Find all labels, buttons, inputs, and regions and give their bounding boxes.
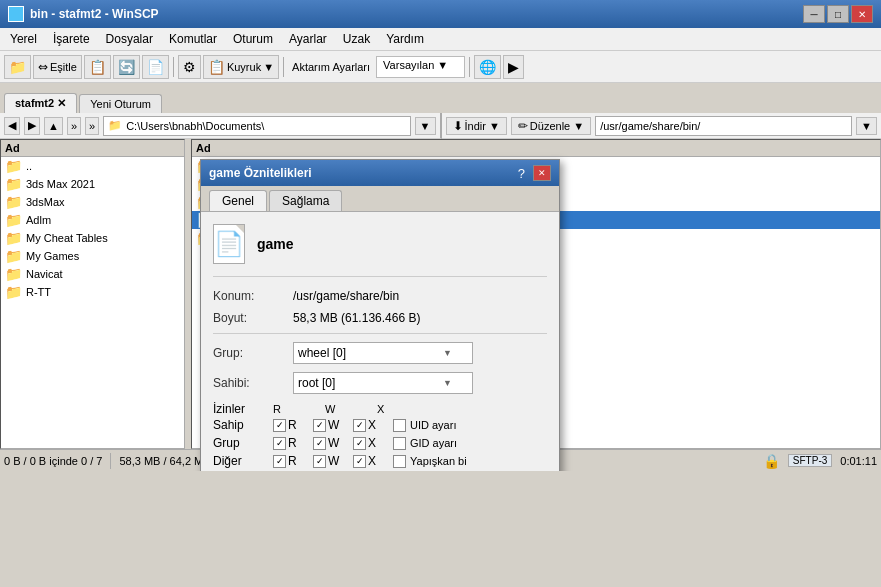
list-item[interactable]: 📁 Navicat: [1, 265, 184, 283]
grup-gid-label: GID ayarı: [410, 437, 457, 449]
local-path-more[interactable]: ▼: [415, 117, 436, 135]
toolbar-btn4[interactable]: 📄: [142, 55, 169, 79]
minimize-button[interactable]: ─: [803, 5, 825, 23]
grup-w-checkbox[interactable]: [313, 437, 326, 450]
settings-button[interactable]: ⚙: [178, 55, 201, 79]
local-more-btn2[interactable]: »: [85, 117, 99, 135]
folder-icon: 📁: [5, 158, 22, 174]
folder-icon: 📁: [5, 284, 22, 300]
dialog-close-button[interactable]: ✕: [533, 165, 551, 181]
dialog-help-btn[interactable]: ?: [518, 166, 525, 181]
perms-header-row: İzinler R W X: [213, 402, 547, 416]
local-more-btn[interactable]: »: [67, 117, 81, 135]
menu-yerel[interactable]: Yerel: [4, 30, 43, 48]
lock-icon: 🔒: [763, 453, 780, 469]
sftp-badge: SFTP-3: [788, 454, 832, 467]
dialog-boyut-row: Boyut: 58,3 MB (61.136.466 B): [213, 311, 547, 325]
local-up-btn[interactable]: ▲: [44, 117, 63, 135]
local-panel: Ad 📁 .. 📁 3ds Max 2021 📁 3dsMax 📁 Adlm 📁…: [0, 139, 185, 449]
folder-icon: 📁: [5, 212, 22, 228]
local-nav-btn[interactable]: ◀: [4, 117, 20, 135]
toolbar-btn1[interactable]: 📁: [4, 55, 31, 79]
toolbar-btn2[interactable]: 📋: [84, 55, 111, 79]
folder-icon: 📁: [5, 194, 22, 210]
status-time: 0:01:11: [840, 455, 877, 467]
dialog-tab-saglama[interactable]: Sağlama: [269, 190, 342, 211]
grup-gid-checkbox[interactable]: [393, 437, 406, 450]
status-separator: [110, 453, 111, 469]
toolbar-btn3[interactable]: 🔄: [113, 55, 140, 79]
properties-dialog: game Öznitelikleri ? ✕ Genel Sağlama 📄: [200, 159, 560, 471]
local-path-box[interactable]: 📁 C:\Users\bnabh\Documents\: [103, 116, 410, 136]
folder-icon: 📁: [5, 230, 22, 246]
diger-w-checkbox[interactable]: [313, 455, 326, 468]
local-panel-header: Ad: [1, 140, 184, 157]
list-item[interactable]: 📁 3ds Max 2021: [1, 175, 184, 193]
list-item[interactable]: 📁 R-TT: [1, 283, 184, 301]
duzenle-button[interactable]: ✏ Düzenle ▼: [511, 117, 591, 135]
file-page-icon: 📄: [214, 230, 244, 258]
main-toolbar: 📁 ⇔ Eşitle 📋 🔄 📄 ⚙ 📋 Kuyruk ▼ Aktarım Ay…: [0, 51, 881, 83]
local-nav-btn2[interactable]: ▶: [24, 117, 40, 135]
dialog-file-icon: 📄: [213, 224, 245, 264]
dialog-filename: game: [257, 236, 294, 252]
remote-col-header[interactable]: Ad: [196, 142, 211, 154]
menu-uzak[interactable]: Uzak: [337, 30, 376, 48]
local-file-list: 📁 .. 📁 3ds Max 2021 📁 3dsMax 📁 Adlm 📁 My…: [1, 157, 184, 449]
sahip-x-checkbox[interactable]: [353, 419, 366, 432]
esitle-button[interactable]: ⇔ Eşitle: [33, 55, 82, 79]
diger-sticky-checkbox[interactable]: [393, 455, 406, 468]
sahip-r-checkbox[interactable]: [273, 419, 286, 432]
maximize-button[interactable]: □: [827, 5, 849, 23]
toolbar-separator3: [469, 57, 470, 77]
konum-value: /usr/game/share/bin: [293, 289, 399, 303]
remote-path-more[interactable]: ▼: [856, 117, 877, 135]
local-col-header[interactable]: Ad: [5, 142, 20, 154]
title-bar: bin - stafmt2 - WinSCP ─ □ ✕: [0, 0, 881, 28]
menu-dosyalar[interactable]: Dosyalar: [100, 30, 159, 48]
sahip-w-checkbox[interactable]: [313, 419, 326, 432]
perms-row-grup: Grup R W X: [213, 436, 547, 450]
sahip-uid-checkbox[interactable]: [393, 419, 406, 432]
toolbar-btn5[interactable]: ▶: [503, 55, 524, 79]
queue-button[interactable]: 📋 Kuyruk ▼: [203, 55, 279, 79]
remote-path-box[interactable]: /usr/game/share/bin/: [595, 116, 852, 136]
list-item[interactable]: 📁 ..: [1, 157, 184, 175]
menu-isarete[interactable]: İşarete: [47, 30, 96, 48]
diger-r-checkbox[interactable]: [273, 455, 286, 468]
indir-button[interactable]: ⬇ Kuyrukİndir ▼: [446, 117, 507, 135]
boyut-label: Boyut:: [213, 311, 293, 325]
menu-ayarlar[interactable]: Ayarlar: [283, 30, 333, 48]
toolbar-separator: [173, 57, 174, 77]
toolbar-separator2: [283, 57, 284, 77]
tab-local[interactable]: stafmt2 ✕: [4, 93, 77, 113]
list-item[interactable]: 📁 My Cheat Tables: [1, 229, 184, 247]
dialog-sahibi-row: Sahibi: root [0] ▼: [213, 372, 547, 394]
dialog-tab-genel[interactable]: Genel: [209, 190, 267, 211]
panels-area: Ad 📁 .. 📁 3ds Max 2021 📁 3dsMax 📁 Adlm 📁…: [0, 139, 881, 449]
grup-label: Grup:: [213, 346, 293, 360]
list-item[interactable]: 📁 3dsMax: [1, 193, 184, 211]
diger-x-checkbox[interactable]: [353, 455, 366, 468]
menu-yardim[interactable]: Yardım: [380, 30, 430, 48]
close-button[interactable]: ✕: [851, 5, 873, 23]
grup-x-checkbox[interactable]: [353, 437, 366, 450]
list-item[interactable]: 📁 My Games: [1, 247, 184, 265]
grup-r-checkbox[interactable]: [273, 437, 286, 450]
tab-new-session[interactable]: Yeni Oturum: [79, 94, 162, 113]
folder-icon: 📁: [5, 266, 22, 282]
tab-bar: stafmt2 ✕ Yeni Oturum: [0, 83, 881, 113]
menu-komutlar[interactable]: Komutlar: [163, 30, 223, 48]
perm-col-r: R: [273, 403, 313, 415]
dialog-content: 📄 game Konum: /usr/game/share/bin Boyut:…: [201, 212, 559, 471]
grup-dropdown[interactable]: wheel [0] ▼: [293, 342, 473, 364]
dialog-konum-row: Konum: /usr/game/share/bin: [213, 289, 547, 303]
perm-col-w: W: [325, 403, 365, 415]
list-item[interactable]: 📁 Adlm: [1, 211, 184, 229]
toolbar-world-btn[interactable]: 🌐: [474, 55, 501, 79]
diger-label: Diğer: [213, 454, 273, 468]
remote-path: /usr/game/share/bin/: [600, 120, 700, 132]
sahibi-dropdown[interactable]: root [0] ▼: [293, 372, 473, 394]
transfer-dropdown[interactable]: Varsayılan ▼: [376, 56, 465, 78]
menu-oturum[interactable]: Oturum: [227, 30, 279, 48]
